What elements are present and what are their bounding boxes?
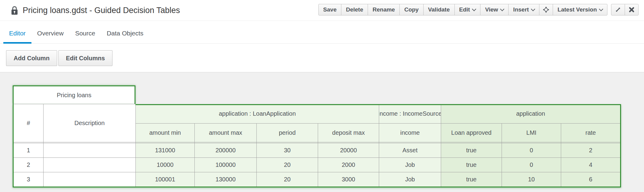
tab-editor[interactable]: Editor	[3, 30, 31, 43]
gridline-spacer	[257, 142, 318, 143]
title-area: Pricing loans.gdst - Guided Decision Tab…	[11, 0, 180, 21]
expand-icon	[615, 6, 621, 13]
validate-button[interactable]: Validate	[423, 4, 455, 15]
cell-deposit-max[interactable]: 20000	[318, 143, 379, 157]
condition-group-loan-application[interactable]: application : LoanApplication	[136, 104, 379, 123]
cell-rate[interactable]: 6	[561, 172, 620, 187]
cell-period[interactable]: 20	[257, 158, 318, 172]
expand-button[interactable]	[611, 4, 625, 15]
gridline-spacer	[379, 142, 441, 143]
cell-amount-min[interactable]: 100001	[136, 172, 194, 187]
latest-version-dropdown[interactable]: Latest Version	[553, 4, 607, 15]
column-header-amount-min[interactable]: amount min	[136, 124, 194, 142]
latest-version-label: Latest Version	[558, 6, 597, 13]
chevron-down-icon	[500, 7, 504, 11]
chevron-down-icon	[472, 7, 476, 11]
save-button[interactable]: Save	[318, 4, 341, 15]
decision-table-grid: # Description application : LoanApplicat…	[13, 104, 621, 187]
decision-table: Pricing loans # Description application …	[0, 72, 644, 187]
cell-deposit-max[interactable]: 2000	[318, 158, 379, 172]
view-dropdown[interactable]: View	[480, 4, 509, 15]
close-button[interactable]	[625, 4, 639, 15]
cell-rate[interactable]: 2	[561, 143, 620, 157]
cell-amount-max[interactable]: 200000	[195, 143, 256, 157]
column-header-period[interactable]: period	[257, 124, 318, 142]
cell-loan-approved[interactable]: true	[441, 158, 502, 172]
lock-icon	[11, 6, 18, 15]
tab-strip: Editor Overview Source Data Objects	[0, 21, 644, 44]
page-title: Pricing loans.gdst - Guided Decision Tab…	[23, 6, 180, 15]
chevron-down-icon	[531, 7, 535, 11]
cell-amount-max[interactable]: 130000	[195, 172, 256, 187]
move-icon	[542, 6, 550, 13]
window-controls-group	[611, 4, 639, 15]
toolbar: Save Delete Rename Copy Validate Edit Vi…	[318, 4, 639, 15]
cell-amount-min[interactable]: 131000	[136, 143, 194, 157]
gridline-spacer	[136, 142, 194, 143]
cell-deposit-max[interactable]: 3000	[318, 172, 379, 187]
gridline-spacer	[561, 142, 620, 143]
view-dropdown-label: View	[485, 6, 498, 13]
cell-amount-min[interactable]: 10000	[136, 158, 194, 172]
column-header-deposit-max[interactable]: deposit max	[318, 124, 379, 142]
cell-loan-approved[interactable]: true	[441, 172, 502, 187]
row-number-cell[interactable]: 1	[14, 143, 43, 157]
cell-income[interactable]: Job	[379, 172, 441, 187]
column-header-lmi[interactable]: LMI	[502, 124, 561, 142]
description-header[interactable]: Description	[44, 104, 135, 142]
column-header-loan-approved[interactable]: Loan approved	[441, 124, 502, 142]
app-header: Pricing loans.gdst - Guided Decision Tab…	[0, 0, 644, 21]
row-number-header[interactable]: #	[14, 104, 43, 142]
rename-button[interactable]: Rename	[368, 4, 400, 15]
condition-group-income-source[interactable]: income : IncomeSource	[379, 104, 441, 123]
delete-button[interactable]: Delete	[341, 4, 368, 15]
tab-source[interactable]: Source	[69, 30, 101, 43]
cell-amount-max[interactable]: 100000	[195, 158, 256, 172]
chevron-down-icon	[599, 7, 603, 11]
cell-rate[interactable]: 4	[561, 158, 620, 172]
toolbar-button-group: Save Delete Rename Copy Validate Edit Vi…	[318, 4, 607, 15]
close-icon	[629, 7, 635, 13]
column-header-income[interactable]: income	[379, 124, 441, 142]
move-button[interactable]	[539, 4, 553, 15]
edit-dropdown-label: Edit	[459, 6, 470, 13]
cell-income[interactable]: Asset	[379, 143, 441, 157]
cell-period[interactable]: 30	[257, 143, 318, 157]
cell-lmi[interactable]: 10	[502, 172, 561, 187]
gridline-spacer	[318, 142, 379, 143]
row-number-cell[interactable]: 3	[14, 172, 43, 187]
table-title-tab[interactable]: Pricing loans	[13, 85, 135, 104]
description-cell[interactable]	[44, 158, 135, 172]
gridline-spacer	[441, 142, 502, 143]
edit-columns-button[interactable]: Edit Columns	[58, 50, 112, 66]
add-column-button[interactable]: Add Column	[6, 50, 57, 66]
cell-income[interactable]: Job	[379, 158, 441, 172]
edit-dropdown[interactable]: Edit	[454, 4, 481, 15]
gridline-spacer	[14, 142, 43, 143]
cell-period[interactable]: 20	[257, 172, 318, 187]
column-actions: Add Column Edit Columns	[0, 44, 644, 66]
cell-lmi[interactable]: 0	[502, 143, 561, 157]
column-header-rate[interactable]: rate	[561, 124, 620, 142]
gridline-spacer	[44, 142, 135, 143]
tab-overview[interactable]: Overview	[31, 30, 70, 43]
insert-dropdown-label: Insert	[513, 6, 529, 13]
action-group-application[interactable]: application	[441, 104, 620, 123]
row-number-cell[interactable]: 2	[14, 158, 43, 172]
gridline-spacer	[502, 142, 561, 143]
tab-data-objects[interactable]: Data Objects	[101, 30, 149, 43]
cell-lmi[interactable]: 0	[502, 158, 561, 172]
copy-button[interactable]: Copy	[399, 4, 424, 15]
gridline-spacer	[195, 142, 256, 143]
editor-panel: Pricing loans # Description application …	[0, 72, 644, 192]
insert-dropdown[interactable]: Insert	[508, 4, 539, 15]
cell-loan-approved[interactable]: true	[441, 143, 502, 157]
column-header-amount-max[interactable]: amount max	[195, 124, 256, 142]
description-cell[interactable]	[44, 172, 135, 187]
description-cell[interactable]	[44, 143, 135, 157]
